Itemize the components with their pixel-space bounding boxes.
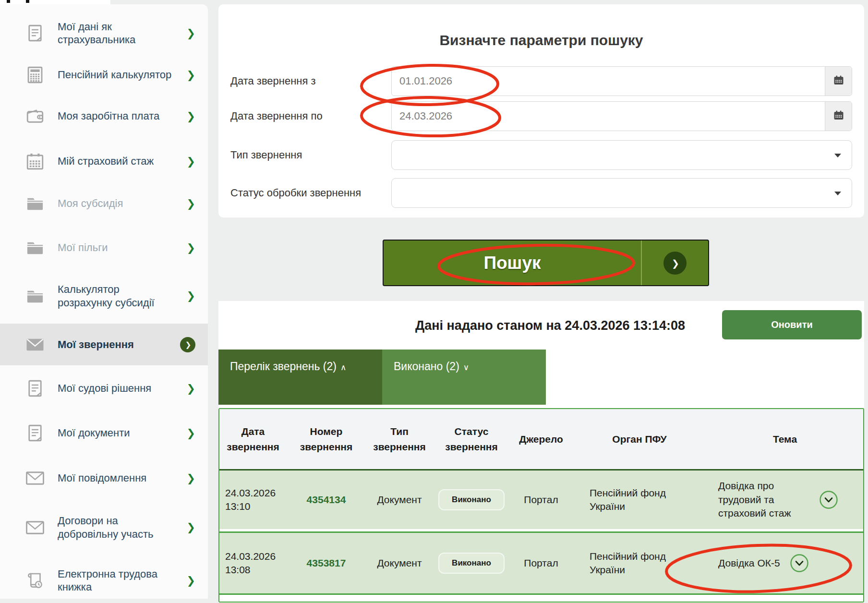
tab-completed[interactable]: Виконано (2)∨	[382, 350, 546, 405]
artifact-mark	[7, 0, 10, 3]
sidebar-item-label: Мої повідомлення	[58, 471, 175, 485]
chevron-right-icon: ❯	[187, 156, 195, 168]
scroll-icon	[24, 570, 46, 591]
column-header: Тема	[707, 432, 863, 447]
chevron-right-icon: ❯	[187, 198, 195, 210]
processing-status-select[interactable]	[391, 178, 852, 208]
table-row: 24.03.202613:084353817ДокументВиконаноПо…	[219, 531, 863, 593]
sidebar-item-my-court-decisions[interactable]: Мої судові рішення❯	[0, 372, 208, 405]
caret-down-icon: ∨	[463, 362, 469, 372]
sidebar-item-label: Мої дані як страхувальника	[58, 20, 175, 47]
folder-icon	[24, 193, 46, 214]
sidebar-item-label: Мої пільги	[58, 241, 175, 254]
expand-row-button[interactable]	[819, 490, 838, 509]
form-row-appeal-type: Тип звернення	[230, 140, 852, 170]
table-row: 24.03.202613:104354134ДокументВиконаноПо…	[219, 470, 863, 529]
sidebar-item-my-messages[interactable]: Мої повідомлення❯	[0, 461, 208, 495]
calendar-button[interactable]	[825, 67, 852, 96]
calendar-button[interactable]	[825, 102, 852, 131]
chevron-right-icon: ❯	[187, 472, 195, 484]
chevron-right-icon: ❯	[187, 290, 195, 302]
sidebar-item-label: Договори на добровільну участь	[58, 514, 175, 541]
sidebar-item-label: Електронна трудова книжка	[58, 567, 175, 594]
caret-down-icon	[834, 154, 841, 157]
form-row-date-to: Дата звернення по24.03.2026	[230, 101, 852, 131]
sidebar-item-my-insurer-data[interactable]: Мої дані як страхувальника❯	[0, 16, 208, 50]
calendar-dark-icon	[833, 74, 844, 88]
sidebar-item-my-insurance-record[interactable]: Мій страховий стаж❯	[0, 145, 208, 178]
calendar-dark-icon	[833, 109, 844, 123]
sidebar-item-my-benefits[interactable]: Мої пільги❯	[0, 231, 208, 265]
sidebar-item-label: Моя субсидія	[58, 197, 175, 210]
form-row-date-from: Дата звернення з01.01.2026	[230, 66, 852, 96]
appeal-date-cell: 24.03.202613:08	[219, 550, 287, 577]
source-cell: Портал	[510, 556, 572, 570]
caret-down-icon	[834, 192, 841, 195]
chevron-right-icon: ❯	[187, 383, 195, 395]
chevron-right-icon: ❯	[187, 69, 195, 81]
column-header: Орган ПФУ	[572, 432, 707, 447]
search-button[interactable]: Пошук ❯	[383, 240, 709, 286]
search-button-label: Пошук	[483, 253, 541, 273]
chevron-right-icon: ❯	[187, 110, 195, 122]
tab-appeals-list[interactable]: Перелік звернень (2)∧	[218, 350, 382, 405]
envelope-outline-icon	[24, 518, 46, 538]
notepad-icon	[24, 23, 46, 43]
sidebar-item-label: Пенсійний калькулятор	[58, 68, 175, 82]
sidebar-item-my-appeals[interactable]: Мої звернення❯	[0, 324, 208, 365]
topic-cell: Довідка про трудовий та страховий стаж	[707, 479, 863, 520]
folder-icon	[24, 286, 46, 306]
appeal-number-link[interactable]: 4354134	[287, 493, 366, 507]
envelope-icon	[24, 335, 46, 355]
form-row-processing-status: Статус обробки звернення	[230, 178, 852, 208]
sidebar-item-electronic-work-book[interactable]: Електронна трудова книжка❯	[0, 564, 208, 597]
chevron-right-circle-icon: ❯	[180, 337, 195, 352]
field-label: Дата звернення по	[230, 110, 391, 122]
artifact-mark	[26, 0, 29, 3]
sidebar-item-label: Мої звернення	[58, 338, 169, 351]
field-label: Дата звернення з	[230, 75, 391, 87]
column-header: Дата звернення	[219, 424, 287, 454]
sidebar-item-label: Мій страховий стаж	[58, 155, 175, 168]
chevron-right-icon: ❯	[187, 27, 195, 39]
sidebar-item-my-salary[interactable]: Моя заробітна плата❯	[0, 99, 208, 133]
date-to-input[interactable]: 24.03.2026	[391, 101, 852, 131]
pfu-organ-cell: Пенсійний фонд України	[572, 550, 686, 577]
column-header: Номер звернення	[287, 424, 366, 454]
column-header: Тип звернення	[366, 424, 433, 454]
column-header: Статус звернення	[433, 424, 510, 454]
expand-row-button[interactable]	[790, 554, 809, 573]
wallet-icon	[24, 106, 46, 126]
chevron-down-circle-icon	[790, 567, 809, 574]
results-panel: Дані надано станом на 24.03.2026 13:14:0…	[218, 301, 864, 603]
chevron-right-icon: ❯	[187, 575, 195, 587]
appeal-date-cell: 24.03.202613:10	[219, 486, 287, 514]
appeal-type-select[interactable]	[391, 140, 852, 170]
results-tabs: Перелік звернень (2)∧ Виконано (2)∨	[218, 350, 546, 405]
table-header-row: Дата зверненняНомер зверненняТип звернен…	[219, 409, 863, 470]
top-clipped-text-artifact	[0, 0, 110, 4]
sidebar-item-my-subsidy[interactable]: Моя субсидія❯	[0, 187, 208, 220]
sidebar-item-subsidy-calculator[interactable]: Калькулятор розрахунку субсидії❯	[0, 273, 208, 319]
date-from-input[interactable]: 01.01.2026	[391, 66, 852, 96]
field-label: Тип звернення	[230, 149, 391, 161]
sidebar-nav: Мої дані як страхувальника❯Пенсійний кал…	[0, 4, 208, 599]
appeal-status-cell: Виконано	[433, 489, 510, 511]
pfu-organ-cell: Пенсійний фонд України	[572, 486, 686, 514]
page: { "sidebar": { "items": [ {"label": "Мої…	[0, 0, 868, 603]
next-row-stub	[219, 595, 863, 602]
search-form-card: Визначте параметри пошуку Дата звернення…	[218, 4, 864, 217]
appeal-number-link[interactable]: 4353817	[287, 556, 366, 570]
notepad-icon	[24, 378, 46, 398]
input-value: 24.03.2026	[392, 110, 452, 122]
sidebar-item-my-documents[interactable]: Мої документи❯	[0, 416, 208, 450]
envelope-outline-icon	[24, 468, 46, 488]
appeals-table: Дата зверненняНомер зверненняТип звернен…	[218, 408, 864, 603]
refresh-button[interactable]: Оновити	[722, 310, 862, 339]
caret-up-icon: ∧	[340, 362, 346, 372]
folder-icon	[24, 238, 46, 258]
page-title: Визначте параметри пошуку	[218, 32, 864, 48]
sidebar-item-voluntary-contracts[interactable]: Договори на добровільну участь❯	[0, 505, 208, 550]
sidebar-item-label: Моя заробітна плата	[58, 109, 175, 123]
sidebar-item-pension-calculator[interactable]: Пенсійний калькулятор❯	[0, 58, 208, 92]
